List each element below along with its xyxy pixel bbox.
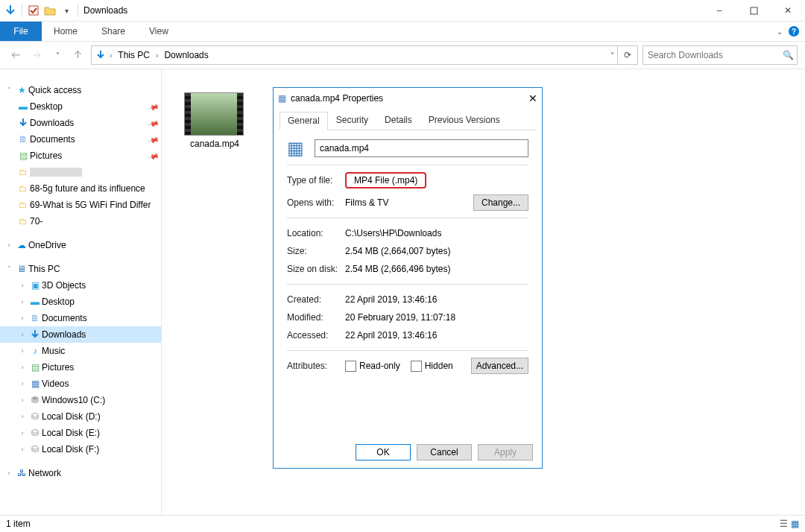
- tree-pc-documents[interactable]: Documents: [42, 313, 87, 323]
- tree-pc-e[interactable]: Local Disk (E:): [42, 428, 100, 438]
- cancel-button[interactable]: Cancel: [417, 444, 472, 460]
- breadcrumb-root[interactable]: This PC: [115, 50, 153, 60]
- apply-button[interactable]: Apply: [478, 444, 533, 460]
- tree-pictures[interactable]: Pictures: [30, 151, 62, 161]
- tree-onedrive[interactable]: OneDrive: [28, 240, 66, 250]
- tree-pc-music[interactable]: Music: [42, 346, 65, 356]
- attributes-label: Attributes:: [287, 361, 345, 371]
- size-label: Size:: [287, 246, 345, 256]
- status-bar: 1 item ☰ ▦: [0, 515, 805, 532]
- tree-network[interactable]: Network: [28, 468, 61, 478]
- qat-newfolder-icon[interactable]: [42, 3, 57, 18]
- disk-label: Size on disk:: [287, 264, 345, 274]
- pin-icon: 📌: [148, 117, 160, 129]
- hidden-checkbox[interactable]: [411, 361, 422, 372]
- folder-icon: 🗀: [16, 216, 30, 227]
- title-bar: ▾ Downloads – ✕: [0, 0, 805, 22]
- nav-row: 🡠 🡢 ˅ 🡡 › This PC › Downloads ˅ ⟳ 🔍: [0, 42, 805, 69]
- file-item[interactable]: canada.mp4: [184, 92, 245, 149]
- drive-icon: ⛁: [28, 411, 42, 422]
- ribbon-expand-icon[interactable]: ⌄: [777, 28, 783, 36]
- tree-recent-1[interactable]: 68-5g future and its influence: [30, 183, 145, 194]
- refresh-button[interactable]: ⟳: [618, 45, 638, 65]
- video-thumbnail: [184, 92, 244, 136]
- dialog-tabs: General Security Details Previous Versio…: [280, 110, 536, 130]
- tree-pc-c[interactable]: Windows10 (C:): [42, 395, 105, 405]
- view-large-icons-icon[interactable]: ▦: [791, 519, 799, 529]
- search-box[interactable]: 🔍: [643, 45, 798, 65]
- tree-documents[interactable]: Documents: [30, 134, 75, 145]
- drive-icon: ⛁: [28, 428, 42, 438]
- advanced-button[interactable]: Advanced...: [471, 358, 528, 374]
- qat-dropdown-icon[interactable]: ▾: [59, 3, 74, 18]
- tree-thispc[interactable]: This PC: [28, 264, 60, 274]
- tree-recent-3[interactable]: 70-: [30, 216, 42, 227]
- tree-pc-desktop[interactable]: Desktop: [42, 297, 75, 307]
- window-title: Downloads: [83, 5, 127, 16]
- address-bar[interactable]: › This PC › Downloads ˅: [91, 45, 618, 65]
- qat-properties-icon[interactable]: [26, 3, 41, 18]
- pin-icon: 📌: [148, 150, 160, 162]
- tab-details[interactable]: Details: [376, 111, 420, 130]
- downloads-icon: [28, 329, 42, 340]
- tab-general[interactable]: General: [280, 112, 328, 130]
- pictures-icon: ▤: [28, 362, 42, 373]
- tree-recent-2[interactable]: 69-What is 5G WiFi Find Differ: [30, 200, 151, 210]
- documents-icon: 🗎: [28, 313, 42, 323]
- search-icon[interactable]: 🔍: [779, 50, 797, 60]
- filename-input[interactable]: [315, 139, 528, 157]
- downloads-icon: [95, 49, 107, 61]
- ok-button[interactable]: OK: [356, 444, 411, 460]
- dialog-close-button[interactable]: ✕: [528, 92, 537, 104]
- videos-icon: ▦: [28, 379, 42, 389]
- drive-icon: ⛃: [28, 395, 42, 405]
- music-icon: ♪: [28, 346, 42, 356]
- minimize-button[interactable]: –: [702, 0, 736, 21]
- file-tab[interactable]: File: [0, 22, 42, 41]
- tab-previous-versions[interactable]: Previous Versions: [420, 111, 508, 130]
- file-name: canada.mp4: [184, 139, 245, 149]
- nav-tree[interactable]: ˅★Quick access ▬Desktop📌 Downloads📌 🗎Doc…: [0, 69, 162, 516]
- tab-security[interactable]: Security: [328, 111, 376, 130]
- search-input[interactable]: [643, 49, 779, 61]
- pictures-icon: ▤: [16, 151, 30, 161]
- address-history-icon[interactable]: ˅: [610, 51, 614, 60]
- view-details-icon[interactable]: ☰: [780, 519, 788, 529]
- network-icon: 🖧: [15, 468, 28, 478]
- breadcrumb-folder[interactable]: Downloads: [161, 50, 211, 60]
- maximize-button[interactable]: [736, 0, 771, 21]
- recent-locations-button[interactable]: ˅: [49, 47, 66, 63]
- help-icon[interactable]: ?: [789, 26, 799, 37]
- up-button[interactable]: 🡡: [70, 47, 86, 63]
- folder-icon: 🗀: [16, 167, 30, 177]
- svg-rect-0: [29, 6, 38, 15]
- readonly-label: Read-only: [359, 361, 400, 371]
- dialog-title-bar[interactable]: ▦ canada.mp4 Properties ✕: [274, 88, 542, 109]
- properties-dialog: ▦ canada.mp4 Properties ✕ General Securi…: [273, 87, 543, 469]
- folder-icon: 🗀: [16, 200, 30, 210]
- change-button[interactable]: Change...: [473, 194, 528, 211]
- tree-3dobjects[interactable]: 3D Objects: [42, 280, 86, 291]
- tree-quick-access[interactable]: Quick access: [28, 85, 81, 95]
- readonly-checkbox[interactable]: [345, 361, 356, 372]
- drive-icon: ⛁: [28, 444, 42, 455]
- tree-pc-videos[interactable]: Videos: [42, 379, 69, 389]
- hidden-label: Hidden: [425, 361, 453, 371]
- tree-pc-f[interactable]: Local Disk (F:): [42, 444, 99, 455]
- objects-icon: ▣: [28, 280, 42, 291]
- svg-rect-1: [751, 7, 757, 14]
- item-count: 1 item: [6, 519, 31, 529]
- close-button[interactable]: ✕: [771, 0, 805, 21]
- disk-value: 2.54 MB (2,666,496 bytes): [345, 264, 450, 274]
- tree-downloads[interactable]: Downloads: [30, 118, 74, 128]
- tree-pc-pictures[interactable]: Pictures: [42, 362, 74, 373]
- pin-icon: 📌: [148, 133, 160, 145]
- tab-view[interactable]: View: [137, 22, 180, 41]
- tree-desktop[interactable]: Desktop: [30, 101, 63, 112]
- tab-share[interactable]: Share: [89, 22, 137, 41]
- tab-home[interactable]: Home: [42, 22, 89, 41]
- tree-recent-redacted[interactable]: [30, 168, 82, 177]
- tree-pc-d[interactable]: Local Disk (D:): [42, 411, 101, 422]
- back-button[interactable]: 🡠: [7, 47, 24, 63]
- tree-pc-downloads[interactable]: Downloads: [42, 329, 86, 340]
